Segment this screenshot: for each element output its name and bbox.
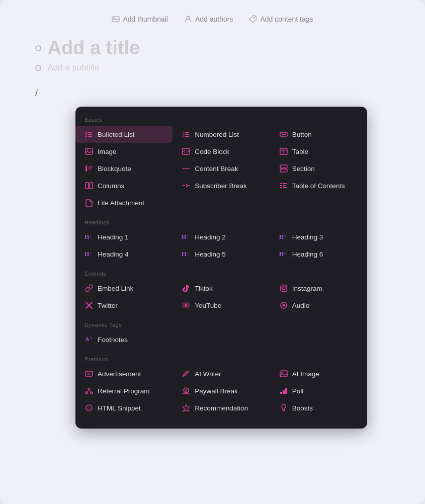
svg-point-8	[86, 136, 87, 137]
svg-rect-7	[88, 134, 92, 135]
menu-item-heading-6[interactable]: H6Heading 6	[270, 245, 367, 263]
subtitle-area[interactable]: Add a subtitle	[25, 63, 400, 73]
svg-point-66	[281, 372, 283, 374]
menu-item-embed-link[interactable]: Embed Link	[75, 280, 173, 297]
blockquote-icon	[84, 164, 94, 173]
section-icon	[279, 164, 288, 173]
add-tags-button[interactable]: Add content tags	[249, 15, 313, 23]
add-authors-button[interactable]: Add authors	[184, 15, 233, 23]
svg-rect-33	[90, 183, 93, 189]
menu-item-recommendation[interactable]: Recommendation	[173, 399, 270, 416]
menu-item-heading-5[interactable]: H5Heading 5	[173, 245, 270, 263]
svg-rect-18	[86, 148, 93, 154]
html-snippet-label: HTML Snippet	[98, 404, 141, 412]
svg-text:H: H	[84, 233, 90, 240]
heading-3-label: Heading 3	[292, 233, 323, 241]
menu-item-section[interactable]: Section	[270, 160, 367, 177]
svg-marker-80	[183, 404, 190, 411]
poll-icon	[279, 386, 288, 395]
bulleted-list-label: Bulleted List	[98, 131, 135, 138]
svg-rect-30	[280, 165, 287, 168]
section-separator	[75, 348, 367, 353]
menu-item-heading-4[interactable]: H4Heading 4	[75, 245, 173, 263]
heading-2-label: Heading 2	[195, 233, 226, 241]
svg-rect-32	[86, 183, 89, 189]
title-area[interactable]: Add a title	[25, 37, 400, 59]
svg-point-60	[282, 304, 285, 307]
svg-rect-39	[283, 185, 286, 186]
tiktok-icon	[182, 284, 191, 293]
file-attachment-icon	[84, 198, 94, 207]
ai-writer-icon	[182, 369, 191, 378]
boosts-icon	[279, 403, 288, 412]
add-tags-label: Add content tags	[260, 15, 313, 23]
svg-rect-76	[283, 390, 285, 394]
subscriber-break-label: Subscriber Break	[195, 182, 247, 190]
menu-item-heading-3[interactable]: H3Heading 3	[270, 228, 367, 245]
menu-item-bulleted-list[interactable]: Bulleted List	[75, 126, 173, 143]
menu-grid-dynamic-tags: A†Footnotes	[75, 331, 367, 348]
svg-rect-38	[280, 185, 282, 186]
heading-1-label: Heading 1	[98, 233, 129, 241]
svg-text:$: $	[185, 389, 187, 392]
content-type-menu: BasicsBulleted List1.2.3.Numbered ListBu…	[75, 107, 367, 429]
menu-item-file-attachment[interactable]: File Attachment	[75, 194, 173, 211]
advertisement-label: Advertisement	[98, 370, 141, 378]
file-attachment-label: File Attachment	[98, 199, 144, 207]
section-separator	[75, 211, 367, 216]
menu-item-heading-1[interactable]: H1Heading 1	[75, 228, 173, 245]
svg-line-71	[89, 390, 92, 392]
heading-3-icon: H3	[279, 232, 288, 241]
heading-5-label: Heading 5	[195, 250, 226, 258]
menu-item-table-of-contents[interactable]: Table of Contents	[270, 177, 367, 194]
menu-item-instagram[interactable]: Instagram	[270, 280, 367, 297]
menu-grid-premium: ADAdvertisementAI WriterAI ImageReferral…	[75, 365, 367, 416]
tiktok-label: Tiktok	[195, 285, 213, 292]
svg-text:H: H	[84, 250, 90, 258]
svg-point-6	[86, 134, 87, 135]
menu-item-heading-2[interactable]: H2Heading 2	[173, 228, 270, 245]
add-thumbnail-button[interactable]: Add thumbnail	[112, 15, 168, 23]
svg-point-3	[254, 17, 255, 18]
menu-item-content-break[interactable]: Content Break	[173, 160, 270, 177]
menu-item-button[interactable]: Button	[270, 126, 367, 143]
svg-point-69	[91, 392, 93, 394]
menu-item-blockquote[interactable]: Blockquote	[75, 160, 173, 177]
menu-item-image[interactable]: Image	[75, 143, 173, 160]
menu-item-code-block[interactable]: Code Block	[173, 143, 270, 160]
referral-program-label: Referral Program	[98, 387, 150, 395]
menu-item-table[interactable]: Table	[270, 143, 367, 160]
menu-item-advertisement[interactable]: ADAdvertisement	[75, 365, 173, 382]
menu-item-footnotes[interactable]: A†Footnotes	[75, 331, 173, 348]
menu-item-audio[interactable]: Audio	[270, 297, 367, 314]
svg-text:H: H	[182, 233, 187, 240]
twitter-label: Twitter	[98, 302, 118, 309]
menu-item-poll[interactable]: Poll	[270, 382, 367, 399]
menu-item-columns[interactable]: Columns	[75, 177, 173, 194]
referral-program-icon	[84, 386, 94, 395]
menu-item-ai-image[interactable]: AI Image	[270, 365, 367, 382]
menu-item-html-snippet[interactable]: </>HTML Snippet	[75, 399, 173, 416]
svg-rect-17	[282, 134, 286, 135]
menu-item-numbered-list[interactable]: 1.2.3.Numbered List	[173, 126, 270, 143]
embed-link-icon	[84, 284, 94, 293]
recommendation-label: Recommendation	[195, 404, 248, 412]
menu-item-referral-program[interactable]: Referral Program	[75, 382, 173, 399]
menu-item-ai-writer[interactable]: AI Writer	[173, 365, 270, 382]
heading-5-icon: H5	[182, 249, 191, 259]
menu-item-paywall-break[interactable]: $Paywall Break	[173, 382, 270, 399]
menu-item-tiktok[interactable]: Tiktok	[173, 280, 270, 297]
footnotes-label: Footnotes	[98, 336, 128, 344]
ai-image-icon	[279, 369, 288, 378]
recommendation-icon	[182, 403, 191, 412]
heading-6-icon: H6	[279, 249, 288, 259]
heading-1-icon: H1	[84, 232, 94, 241]
menu-item-subscriber-break[interactable]: Subscriber Break	[173, 177, 270, 194]
svg-rect-25	[88, 166, 93, 167]
svg-text:H: H	[279, 233, 284, 240]
menu-item-twitter[interactable]: Twitter	[75, 297, 173, 314]
svg-text:3.: 3.	[183, 134, 185, 137]
menu-item-boosts[interactable]: Boosts	[270, 399, 367, 416]
svg-line-70	[87, 390, 89, 392]
menu-item-youtube[interactable]: YouTube	[173, 297, 270, 314]
